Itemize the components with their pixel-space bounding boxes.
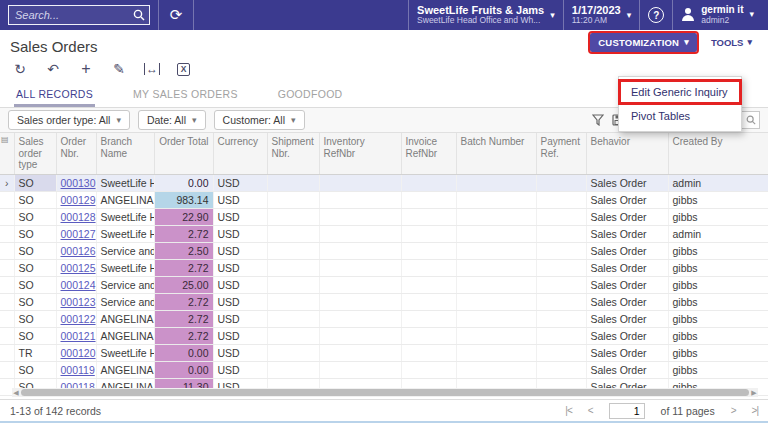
page-number-input[interactable] xyxy=(609,403,645,419)
first-page-button[interactable]: |< xyxy=(565,405,571,416)
col-header-payment-ref[interactable]: Payment Ref. xyxy=(536,133,586,174)
col-header-created-by[interactable]: Created By xyxy=(668,133,768,174)
user-menu[interactable]: germin it admin2 ▾ xyxy=(673,4,762,25)
table-row[interactable]: SO 000122 ANGELINA ... 2.72 USD Sales Or… xyxy=(0,310,768,327)
tab-my-sales-orders[interactable]: MY SALES ORDERS xyxy=(131,84,240,107)
prev-page-button[interactable]: < xyxy=(588,405,593,416)
table-row[interactable]: SO 000119 ANGELINA ... 0.00 USD Sales Or… xyxy=(0,361,768,378)
cell-behavior: Sales Order xyxy=(586,208,668,225)
user-role: admin2 xyxy=(701,16,743,26)
cell-behavior: Sales Order xyxy=(586,242,668,259)
undo-icon[interactable]: ↶ xyxy=(45,62,61,76)
cell-created-by: gibbs xyxy=(668,361,768,378)
pagination: |< < of 11 pages > >| xyxy=(565,403,758,419)
last-page-button[interactable]: >| xyxy=(752,405,758,416)
col-header-branch-name[interactable]: Branch Name xyxy=(96,133,154,174)
edit-icon[interactable]: ✎ xyxy=(111,62,127,76)
cell-inventory-refnbr xyxy=(319,276,401,293)
col-header-order-nbr[interactable]: Order Nbr. xyxy=(56,133,96,174)
menu-item-pivot-tables[interactable]: Pivot Tables xyxy=(619,104,741,128)
cell-branch-name: Service and ... xyxy=(96,242,154,259)
col-header-shipment-nbr[interactable]: Shipment Nbr. xyxy=(267,133,319,174)
chevron-down-icon: ▾ xyxy=(550,11,555,20)
cell-branch-name: ANGELINA ... xyxy=(96,310,154,327)
page-title: Sales Orders xyxy=(10,38,98,55)
order-nbr-link[interactable]: 000123 xyxy=(61,296,96,308)
menu-item-edit-generic-inquiry[interactable]: Edit Generic Inquiry xyxy=(619,80,741,104)
global-search-input[interactable] xyxy=(8,5,150,25)
cell-branch-name: SweetLife H... xyxy=(96,208,154,225)
chevron-down-icon: ▾ xyxy=(749,10,754,19)
cell-order-total: 983.14 xyxy=(154,191,213,208)
table-row[interactable]: TR 000120 SweetLife H... 0.00 USD Sales … xyxy=(0,344,768,361)
order-nbr-link[interactable]: 000126 xyxy=(61,245,96,257)
table-row[interactable]: SO 000123 Service and ... 2.72 USD Sales… xyxy=(0,293,768,310)
order-nbr-link[interactable]: 000127 xyxy=(61,228,96,240)
col-header-inventory-refnbr[interactable]: Inventory RefNbr xyxy=(319,133,401,174)
chevron-down-icon: ▾ xyxy=(627,11,632,20)
help-button[interactable]: ? xyxy=(640,7,672,23)
scroll-right-icon[interactable]: ▶ xyxy=(750,389,758,397)
horizontal-scrollbar[interactable]: ◀ ▶ xyxy=(12,388,758,397)
scroll-left-icon[interactable]: ◀ xyxy=(12,389,20,397)
col-header-invoice-refnbr[interactable]: Invoice RefNbr xyxy=(401,133,456,174)
order-nbr-link[interactable]: 000130 xyxy=(61,177,96,189)
cell-created-by: gibbs xyxy=(668,310,768,327)
filter-customer[interactable]: Customer: All ▾ xyxy=(214,110,305,130)
order-nbr-link[interactable]: 000129 xyxy=(61,194,96,206)
col-header-batch-number[interactable]: Batch Number xyxy=(456,133,536,174)
cell-payment-ref xyxy=(536,361,586,378)
company-selector[interactable]: SweetLife Fruits & Jams SweetLife Head O… xyxy=(409,4,563,26)
filter-date[interactable]: Date: All ▾ xyxy=(138,110,206,130)
add-icon[interactable]: + xyxy=(78,61,94,77)
fit-width-icon[interactable]: ↔ xyxy=(144,63,160,75)
table-row[interactable]: SO 000129 ANGELINA ... 983.14 USD Sales … xyxy=(0,191,768,208)
table-row[interactable]: › SO 000130 SweetLife H... 0.00 USD Sale… xyxy=(0,174,768,191)
tools-button[interactable]: TOOLS ▾ xyxy=(711,37,752,48)
table-row[interactable]: SO 000127 SweetLife H... 2.72 USD Sales … xyxy=(0,225,768,242)
cell-order-total: 2.72 xyxy=(154,327,213,344)
table-row[interactable]: SO 000126 Service and ... 2.50 USD Sales… xyxy=(0,242,768,259)
table-row[interactable]: SO 000128 SweetLife H... 22.90 USD Sales… xyxy=(0,208,768,225)
search-icon xyxy=(746,115,756,125)
cell-behavior: Sales Order xyxy=(586,276,668,293)
order-nbr-link[interactable]: 000121 xyxy=(61,330,96,342)
cell-order-total: 2.72 xyxy=(154,293,213,310)
sales-orders-grid: ▤ Sales order type Order Nbr. Branch Nam… xyxy=(0,133,768,396)
filter-sales-order-type[interactable]: Sales order type: All ▾ xyxy=(8,110,130,130)
next-page-button[interactable]: > xyxy=(731,405,736,416)
cell-inventory-refnbr xyxy=(319,191,401,208)
col-header-sales-order-type[interactable]: Sales order type xyxy=(14,133,56,174)
cell-sales-order-type: SO xyxy=(14,208,56,225)
cell-created-by: admin xyxy=(668,174,768,191)
order-nbr-link[interactable]: 000120 xyxy=(61,347,96,359)
cell-batch-number xyxy=(456,208,536,225)
business-date-selector[interactable]: 1/17/2023 11:20 AM ▾ xyxy=(564,4,639,26)
order-nbr-link[interactable]: 000122 xyxy=(61,313,96,325)
table-row[interactable]: SO 000121 ANGELINA ... 2.72 USD Sales Or… xyxy=(0,327,768,344)
cell-behavior: Sales Order xyxy=(586,293,668,310)
order-nbr-link[interactable]: 000125 xyxy=(61,262,96,274)
customization-button[interactable]: CUSTOMIZATION ▾ xyxy=(590,33,697,52)
order-nbr-link[interactable]: 000124 xyxy=(61,279,96,291)
tab-all-records[interactable]: ALL RECORDS xyxy=(14,84,95,107)
col-header-currency[interactable]: Currency xyxy=(213,133,267,174)
order-nbr-link[interactable]: 000119 xyxy=(61,364,95,376)
table-row[interactable]: SO 000124 Service and ... 25.00 USD Sale… xyxy=(0,276,768,293)
cell-payment-ref xyxy=(536,327,586,344)
cell-batch-number xyxy=(456,191,536,208)
order-nbr-link[interactable]: 000128 xyxy=(61,211,96,223)
cell-created-by: gibbs xyxy=(668,242,768,259)
table-row[interactable]: SO 000125 SweetLife H... 2.72 USD Sales … xyxy=(0,259,768,276)
export-excel-icon[interactable]: X xyxy=(177,63,190,76)
col-header-behavior[interactable]: Behavior xyxy=(586,133,668,174)
filter-funnel-icon[interactable] xyxy=(592,114,604,126)
scrollbar-thumb[interactable] xyxy=(21,389,749,396)
col-header-order-total[interactable]: Order Total xyxy=(154,133,213,174)
grid-footer: 1-13 of 142 records |< < of 11 pages > >… xyxy=(0,399,768,421)
row-selector-caret xyxy=(0,276,14,293)
top-bar: ⟳ SweetLife Fruits & Jams SweetLife Head… xyxy=(0,0,768,30)
refresh-icon[interactable]: ↻ xyxy=(12,62,28,76)
tab-goodfood[interactable]: GOODFOOD xyxy=(276,84,345,107)
recent-refresh-icon[interactable]: ⟳ xyxy=(159,6,193,24)
